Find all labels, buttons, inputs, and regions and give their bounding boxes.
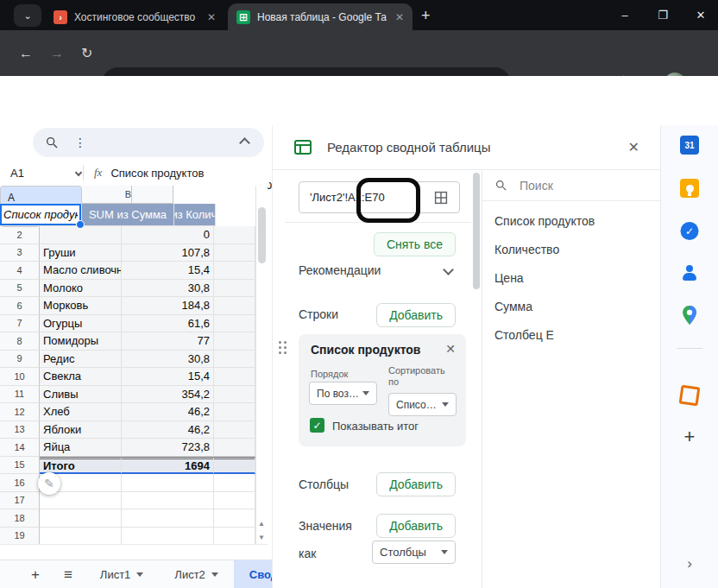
show-total-checkbox[interactable]: ✓ xyxy=(310,418,324,433)
name-box[interactable]: A1 xyxy=(0,167,83,180)
cell[interactable] xyxy=(214,439,255,457)
cell[interactable]: 30,8 xyxy=(122,280,214,298)
cell[interactable] xyxy=(214,244,255,262)
field-item[interactable]: Столбец E xyxy=(482,320,661,349)
cell[interactable]: Масло сливочное xyxy=(40,262,122,280)
cell[interactable] xyxy=(214,386,255,404)
cell[interactable] xyxy=(40,509,122,528)
cell[interactable]: Свекла xyxy=(40,368,122,386)
sort-by-select[interactable]: Списо… xyxy=(388,393,457,416)
cell[interactable] xyxy=(214,226,255,244)
window-maximize-button[interactable]: ❐ xyxy=(646,0,680,30)
add-values-button[interactable]: Добавить xyxy=(376,514,456,538)
cell[interactable] xyxy=(214,403,255,421)
cell[interactable] xyxy=(214,528,255,546)
cell[interactable]: 1694 xyxy=(122,457,214,475)
field-item[interactable]: Количество xyxy=(482,235,661,263)
collapse-toolbar-icon[interactable] xyxy=(239,137,250,149)
row-number[interactable]: 18 xyxy=(0,509,40,528)
sheet-tab-menu-icon[interactable] xyxy=(136,572,143,577)
browser-tab-1[interactable]: › Хостинговое сообщество «Tim ✕ xyxy=(45,3,224,30)
cell[interactable]: Редис xyxy=(40,351,122,369)
tab-close-icon[interactable]: ✕ xyxy=(395,11,404,23)
addon-icon[interactable] xyxy=(680,386,699,405)
cell[interactable] xyxy=(214,474,255,492)
scroll-up-icon[interactable]: ▲ xyxy=(256,520,267,528)
close-panel-icon[interactable]: ✕ xyxy=(628,139,639,155)
row-number[interactable]: 6 xyxy=(0,297,40,315)
contacts-icon[interactable] xyxy=(681,264,698,281)
tab-search-button[interactable]: ⌄ xyxy=(14,4,41,27)
cell[interactable] xyxy=(214,297,255,315)
window-minimize-button[interactable]: – xyxy=(608,0,642,30)
window-close-button[interactable]: ✕ xyxy=(683,0,718,30)
add-rows-button[interactable]: Добавить xyxy=(376,303,456,327)
cell[interactable]: 0 xyxy=(122,226,214,244)
range-input-box[interactable] xyxy=(299,181,460,213)
row-number[interactable]: 9 xyxy=(0,351,40,369)
tasks-icon[interactable]: ✓ xyxy=(681,222,699,240)
get-addons-button[interactable]: + xyxy=(684,426,696,448)
cell-A1-selected[interactable]: Список продуктов xyxy=(0,204,82,226)
column-header-C[interactable] xyxy=(132,186,173,204)
cell[interactable] xyxy=(214,351,255,369)
sheet-tab-Лист2[interactable]: Лист2 xyxy=(159,560,233,588)
maps-icon[interactable] xyxy=(682,305,698,326)
cell[interactable]: 30,8 xyxy=(122,351,214,369)
range-input[interactable] xyxy=(308,190,432,205)
toolbar-overflow-icon[interactable]: ⋮ xyxy=(74,136,86,149)
row-number[interactable]: 3 xyxy=(0,244,40,262)
cell[interactable]: Хлеб xyxy=(40,403,122,421)
field-item[interactable]: Цена xyxy=(482,263,661,292)
sheet-tab-menu-icon[interactable] xyxy=(211,572,218,577)
cell[interactable] xyxy=(122,474,214,492)
field-search-row[interactable] xyxy=(482,170,661,201)
field-item[interactable]: Список продуктов xyxy=(482,206,661,235)
calendar-icon[interactable]: 31 xyxy=(680,136,699,155)
row-number[interactable]: 15 xyxy=(0,457,40,475)
cell[interactable]: 184,8 xyxy=(122,297,214,315)
row-number[interactable]: 14 xyxy=(0,439,40,457)
field-item[interactable]: Сумма xyxy=(482,292,661,320)
cell[interactable] xyxy=(214,332,255,351)
row-number[interactable]: 7 xyxy=(0,315,40,333)
select-range-grid-icon[interactable] xyxy=(434,191,448,205)
edit-pencil-button[interactable]: ✎ xyxy=(38,472,60,495)
collapse-rail-icon[interactable]: › xyxy=(687,555,692,572)
cell[interactable] xyxy=(214,280,255,298)
cell[interactable]: 46,2 xyxy=(122,421,214,439)
reload-icon[interactable]: ↻ xyxy=(81,46,92,61)
row-number[interactable]: 13 xyxy=(0,421,40,439)
cell[interactable] xyxy=(214,315,255,333)
cell[interactable] xyxy=(214,509,255,528)
cell[interactable] xyxy=(122,492,214,510)
cell[interactable] xyxy=(40,226,122,244)
sheet-tab-Лист1[interactable]: Лист1 xyxy=(85,560,159,588)
suggestions-label[interactable]: Рекомендации xyxy=(299,263,381,277)
cell[interactable]: 723,8 xyxy=(122,439,214,457)
cell[interactable]: 46,2 xyxy=(122,403,214,421)
all-sheets-menu-icon[interactable]: ≡ xyxy=(64,566,72,584)
cell[interactable] xyxy=(214,457,255,475)
keep-icon[interactable] xyxy=(680,179,699,198)
row-number[interactable]: 4 xyxy=(0,262,40,280)
cell-C1[interactable]: SUM из Количество xyxy=(174,204,216,226)
row-number[interactable]: 2 xyxy=(0,226,40,244)
grid-horizontal-scrollbar[interactable]: ◄► xyxy=(0,544,268,560)
remove-field-icon[interactable]: ✕ xyxy=(445,342,456,356)
cell[interactable] xyxy=(122,528,214,546)
row-number[interactable]: 8 xyxy=(0,332,40,351)
row-number[interactable]: 10 xyxy=(0,368,40,386)
new-tab-button[interactable]: + xyxy=(421,7,431,25)
row-number[interactable]: 19 xyxy=(0,528,40,546)
tab-close-icon[interactable]: ✕ xyxy=(207,11,216,23)
cell[interactable] xyxy=(214,492,255,510)
vertical-scroll-thumb[interactable] xyxy=(258,207,266,263)
cell[interactable]: 15,4 xyxy=(122,368,214,386)
browser-tab-2[interactable]: ⊞ Новая таблица - Google Табли ✕ xyxy=(228,3,413,30)
cell[interactable]: Яблоки xyxy=(40,421,122,439)
cell[interactable]: 61,6 xyxy=(122,315,214,333)
fill-handle[interactable] xyxy=(76,220,85,229)
add-sheet-button[interactable]: + xyxy=(31,566,40,584)
row-number[interactable]: 5 xyxy=(0,280,40,298)
